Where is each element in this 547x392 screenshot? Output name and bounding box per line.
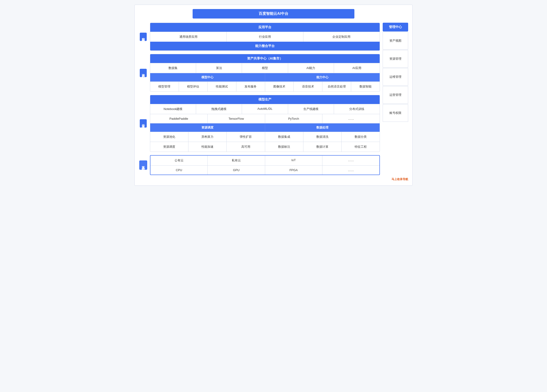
operation-mgmt-item: 运营管理 [383, 86, 408, 104]
publish-svc: 发布服务 [236, 82, 265, 92]
pipeline-cell: 生产线建模 [288, 104, 334, 114]
dev-row-2: PaddlePaddle TensorFlow PyTorch …… [150, 114, 380, 123]
capability-center-header: 能力中心 [265, 73, 380, 81]
compute-row-2: CPU GPU FPGA …… [150, 165, 379, 175]
model-production-header: 模型生产 [150, 95, 380, 104]
dev-row-3: 资源池化 异构算力 弹性扩容 数据集成 数据清洗 数据分类 [150, 132, 380, 142]
compute-center-section: 算力中心 公有云 私有云 IoT …… CPU GPU FPGA …… [139, 155, 380, 175]
main-container: 百度智能云AI中台 应用中心 应用平台 通用场景应用 行业应用 企业定制应用 能… [134, 5, 413, 186]
fpga-cell: FPGA [265, 166, 322, 175]
model-eval: 模型评估 [179, 82, 208, 92]
pytorch-cell: PyTorch [265, 114, 323, 123]
platform-title: 百度智能云AI中台 [193, 9, 354, 19]
dev-row-1: Notebook建模 拖拽式建模 AutoML/DL 生产线建模 分布式训练 [150, 104, 380, 114]
content-area: 应用中心 应用平台 通用场景应用 行业应用 企业定制应用 能力整合平台 资产中心 [139, 23, 380, 175]
data-classify-cell: 数据分类 [342, 132, 380, 142]
resource-schedule-header: 资源调度 [150, 123, 265, 132]
asset-center-label-col: 资产中心 [139, 54, 148, 92]
data-intelligence: 数据智能 [351, 82, 380, 92]
asset-cell-3: 模型 [242, 63, 288, 73]
voice-tech: 语音技术 [294, 82, 322, 92]
capability-platform-header: 能力整合平台 [150, 42, 380, 51]
cpu-cell: CPU [150, 166, 208, 175]
paddle-cell: PaddlePaddle [150, 114, 208, 123]
mgmt-center-title: 管理中心 [383, 23, 408, 32]
more-cloud-cell: …… [322, 156, 379, 165]
tensorflow-cell: TensorFlow [208, 114, 265, 123]
iot-cell: IoT [265, 156, 322, 165]
dev-center-label: 开发中心 [140, 119, 147, 128]
asset-center-block: 资产共享中心（AI集市） 数据集 算法 模型 AI能力 AI应用 模型中心 能力… [150, 54, 380, 92]
more-fw-cell: …… [322, 114, 380, 123]
asset-cell-5: AI应用 [334, 63, 380, 73]
asset-cell-2: 算法 [196, 63, 242, 73]
app-cell-1: 通用场景应用 [150, 32, 227, 42]
drag-model-cell: 拖拽式建模 [196, 104, 242, 114]
nlp-tech: 自然语言处理 [322, 82, 351, 92]
app-center-block: 应用平台 通用场景应用 行业应用 企业定制应用 能力整合平台 [150, 23, 380, 51]
right-panel: 管理中心 资产视图 资源管理 运维管理 运营管理 账号权限 [383, 23, 408, 122]
automl-cell: AutoML/DL [242, 104, 288, 114]
dev-row-4: 资源调度 性能加速 高可用 数据标注 数据计算 特征工程 [150, 142, 380, 152]
high-avail-cell: 高可用 [227, 142, 265, 152]
asset-center-label: 资产中心 [140, 69, 147, 77]
app-center-label: 应用中心 [140, 33, 147, 41]
hetero-compute-cell: 异构算力 [188, 132, 227, 142]
gpu-cell: GPU [208, 166, 265, 175]
app-center-section: 应用中心 应用平台 通用场景应用 行业应用 企业定制应用 能力整合平台 [139, 23, 380, 51]
asset-share-header: 资产共享中心（AI集市） [150, 54, 380, 63]
compute-center-label: 算力中心 [139, 160, 147, 170]
perf-accel-cell: 性能加速 [188, 142, 227, 152]
notebook-cell: Notebook建模 [150, 104, 196, 114]
res-schedule-cell: 资源调度 [150, 142, 188, 152]
asset-two-col-headers: 模型中心 能力中心 [150, 73, 380, 81]
asset-row-1: 数据集 算法 模型 AI能力 AI应用 [150, 63, 380, 73]
app-cell-2: 行业应用 [227, 32, 303, 42]
private-cloud-cell: 私有云 [208, 156, 265, 165]
data-label-cell: 数据标注 [265, 142, 303, 152]
main-layout: 应用中心 应用平台 通用场景应用 行业应用 企业定制应用 能力整合平台 资产中心 [139, 23, 408, 175]
model-center-header: 模型中心 [150, 73, 265, 81]
account-auth-item: 账号权限 [383, 104, 408, 122]
model-mgmt: 模型管理 [150, 82, 179, 92]
asset-view-item: 资产视图 [383, 32, 408, 50]
compute-center-label-col: 算力中心 [139, 155, 148, 175]
elastic-scale-cell: 弹性扩容 [227, 132, 265, 142]
app-center-label-col: 应用中心 [139, 23, 148, 51]
feature-eng-cell: 特征工程 [342, 142, 380, 152]
dev-center-section: 开发中心 模型生产 Notebook建模 拖拽式建模 AutoML/DL 生产线… [139, 95, 380, 152]
distributed-cell: 分布式训练 [334, 104, 380, 114]
more-hw-cell: …… [322, 166, 379, 175]
res-pool-cell: 资源池化 [150, 132, 188, 142]
image-tech: 图像技术 [265, 82, 294, 92]
asset-cell-1: 数据集 [150, 63, 196, 73]
dev-center-block: 模型生产 Notebook建模 拖拽式建模 AutoML/DL 生产线建模 分布… [150, 95, 380, 152]
dev-center-label-col: 开发中心 [139, 95, 148, 152]
compute-center-block: 公有云 私有云 IoT …… CPU GPU FPGA …… [150, 155, 380, 175]
app-row-1: 通用场景应用 行业应用 企业定制应用 [150, 32, 380, 42]
dev-two-col-headers: 资源调度 数据处理 [150, 123, 380, 132]
ops-mgmt-item: 运维管理 [383, 68, 408, 86]
app-cell-3: 企业定制应用 [303, 32, 380, 42]
asset-cell-4: AI能力 [288, 63, 334, 73]
data-compute-cell: 数据计算 [303, 142, 342, 152]
data-clean-cell: 数据清洗 [303, 132, 342, 142]
public-cloud-cell: 公有云 [150, 156, 208, 165]
perf-test: 性能测试 [208, 82, 236, 92]
asset-bottom-row: 模型管理 模型评估 性能测试 发布服务 图像技术 语音技术 自然语言处理 数据智… [150, 81, 380, 92]
data-processing-header: 数据处理 [265, 123, 380, 132]
resource-mgmt-item: 资源管理 [383, 50, 408, 68]
compute-row-1: 公有云 私有云 IoT …… [150, 156, 379, 165]
data-integrate-cell: 数据集成 [265, 132, 303, 142]
watermark: 马上收录导航 [139, 177, 408, 181]
asset-center-section: 资产中心 资产共享中心（AI集市） 数据集 算法 模型 AI能力 AI应用 模型… [139, 54, 380, 92]
app-platform-header: 应用平台 [150, 23, 380, 32]
